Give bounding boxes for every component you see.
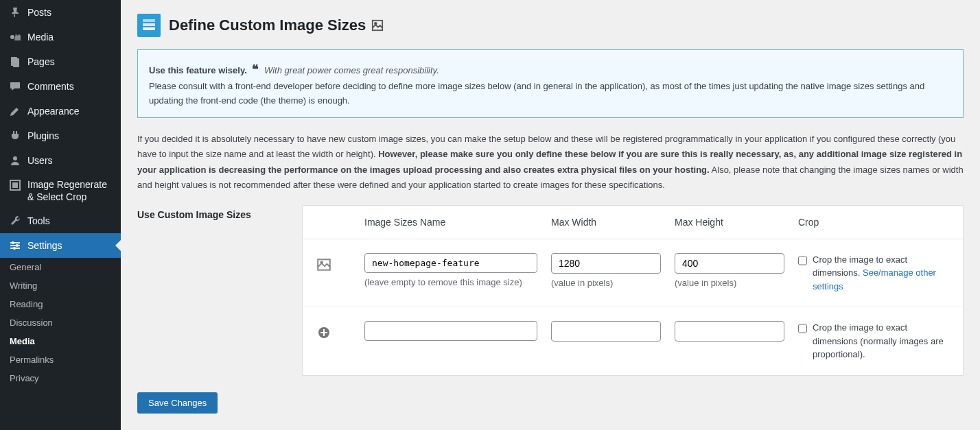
image-icon: [316, 257, 331, 272]
hint-name: (leave empty to remove this image size): [364, 277, 537, 287]
main-content: Define Custom Image Sizes Use this featu…: [121, 0, 980, 430]
sidebar-item-media[interactable]: Media: [0, 25, 121, 49]
sidebar-item-pages[interactable]: Pages: [0, 49, 121, 74]
sidebar-item-users[interactable]: Users: [0, 148, 121, 173]
notice-quote: With great power comes great responsibil…: [264, 65, 439, 75]
svg-point-14: [375, 23, 377, 25]
sidebar-item-label: Tools: [27, 215, 50, 226]
quote-left-icon: ❝: [249, 62, 261, 76]
save-button[interactable]: Save Changes: [137, 392, 218, 414]
sidebar-item-label: Media: [27, 32, 54, 43]
crop-icon: [8, 178, 22, 192]
notice-box: Use this feature wisely. ❝ With great po…: [137, 49, 964, 118]
svg-rect-6: [12, 182, 18, 188]
svg-point-10: [12, 241, 14, 244]
pin-icon: [8, 5, 22, 19]
svg-rect-19: [320, 332, 327, 333]
table-row: (leave empty to remove this image size) …: [303, 239, 963, 308]
sidebar-item-comments[interactable]: Comments: [0, 74, 121, 99]
svg-point-11: [16, 244, 19, 247]
user-icon: [8, 154, 22, 167]
plug-icon: [8, 129, 22, 143]
col-name: Image Sizes Name: [364, 217, 537, 228]
intro-paragraph: If you decided it is absolutely necessar…: [137, 132, 964, 192]
sidebar-item-label: Image Regenerate & Select Crop: [27, 178, 113, 203]
hint-px: (value in pixels): [551, 278, 661, 288]
sidebar-item-image-regenerate[interactable]: Image Regenerate & Select Crop: [0, 173, 121, 208]
plugin-logo-icon: [137, 14, 161, 37]
sidebar-item-label: Appearance: [27, 106, 80, 117]
sidebar-item-label: Comments: [27, 81, 74, 92]
size-height-input[interactable]: [675, 321, 784, 342]
page-title: Define Custom Image Sizes: [169, 16, 384, 34]
add-icon: [316, 325, 331, 340]
sizes-table: Image Sizes Name Max Width Max Height Cr…: [302, 205, 964, 376]
size-width-input[interactable]: [551, 253, 661, 274]
sidebar-sub-media[interactable]: Media: [0, 332, 121, 350]
table-row: Crop the image to exact dimensions (norm…: [303, 307, 963, 375]
wrench-icon: [8, 214, 22, 228]
sidebar-item-posts[interactable]: Posts: [0, 0, 121, 25]
brush-icon: [8, 104, 22, 118]
size-width-input[interactable]: [551, 321, 661, 342]
media-icon: [8, 30, 22, 44]
sidebar-item-appearance[interactable]: Appearance: [0, 99, 121, 123]
col-crop: Crop: [798, 217, 949, 228]
comment-icon: [8, 80, 22, 93]
sidebar-item-settings[interactable]: Settings: [0, 233, 121, 258]
sidebar-item-tools[interactable]: Tools: [0, 208, 121, 233]
hint-px: (value in pixels): [675, 278, 784, 288]
image-frame-icon: [371, 19, 384, 32]
size-name-input[interactable]: [364, 253, 537, 273]
svg-rect-3: [13, 58, 19, 67]
svg-point-16: [320, 261, 323, 263]
col-height: Max Height: [675, 217, 784, 228]
crop-checkbox[interactable]: [798, 323, 807, 334]
sidebar-item-plugins[interactable]: Plugins: [0, 123, 121, 148]
sidebar-item-label: Posts: [27, 7, 51, 18]
sidebar-item-label: Settings: [27, 240, 62, 251]
sidebar-sub-writing[interactable]: Writing: [0, 276, 121, 295]
sidebar-item-label: Users: [27, 155, 53, 166]
sidebar-sub-general[interactable]: General: [0, 258, 121, 276]
page-heading: Define Custom Image Sizes: [137, 14, 964, 37]
sidebar-sub-privacy[interactable]: Privacy: [0, 369, 121, 387]
custom-sizes-section: Use Custom Image Sizes Image Sizes Name …: [137, 205, 964, 376]
size-height-input[interactable]: [675, 253, 784, 274]
svg-point-12: [13, 247, 16, 250]
sidebar-item-label: Pages: [27, 56, 55, 67]
admin-sidebar: Posts Media Pages Comments Appearance Pl…: [0, 0, 121, 430]
pages-icon: [8, 55, 22, 69]
col-width: Max Width: [551, 217, 661, 228]
notice-lead: Use this feature wisely.: [149, 65, 247, 75]
sidebar-sub-permalinks[interactable]: Permalinks: [0, 350, 121, 369]
sidebar-sub-reading[interactable]: Reading: [0, 295, 121, 313]
sidebar-sub-discussion[interactable]: Discussion: [0, 313, 121, 332]
sliders-icon: [8, 239, 22, 252]
sidebar-item-label: Plugins: [27, 130, 59, 141]
notice-body: Please consult with a front-end develope…: [149, 81, 924, 106]
svg-rect-13: [373, 21, 382, 30]
crop-checkbox[interactable]: [798, 255, 807, 266]
svg-point-4: [13, 156, 17, 160]
svg-point-0: [10, 35, 14, 39]
crop-label: Crop the image to exact dimensions (norm…: [813, 321, 949, 361]
size-name-input[interactable]: [364, 321, 537, 341]
table-head: Image Sizes Name Max Width Max Height Cr…: [303, 206, 963, 239]
section-label: Use Custom Image Sizes: [137, 205, 275, 376]
